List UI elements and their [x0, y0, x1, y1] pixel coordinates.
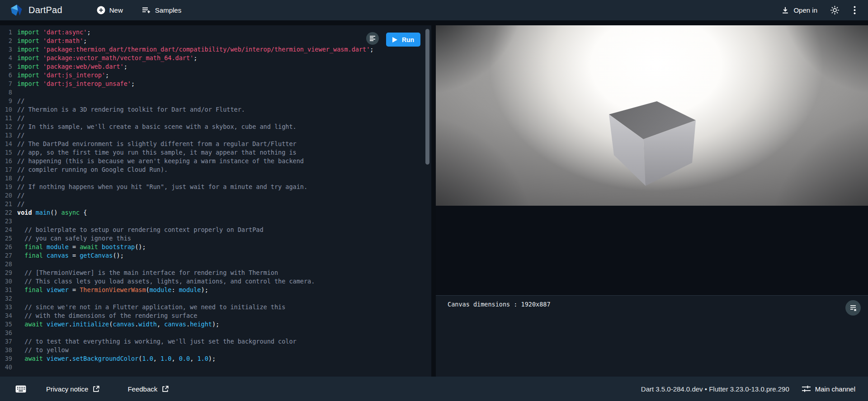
line-number: 22: [0, 208, 17, 217]
line-number: 23: [0, 217, 17, 226]
code-line[interactable]: 35 await viewer.initialize(canvas.width,…: [0, 320, 431, 329]
line-number: 29: [0, 269, 17, 277]
line-number: 33: [0, 303, 17, 311]
code-line[interactable]: 26 final module = await bootstrap();: [0, 243, 431, 251]
code-line[interactable]: 23: [0, 217, 431, 226]
code-line[interactable]: 21//: [0, 200, 431, 208]
line-number: 15: [0, 148, 17, 157]
code-line[interactable]: 6import 'dart:js_interop';: [0, 71, 431, 80]
console-output: Canvas dimensions : 868x401: [448, 301, 551, 308]
code-line[interactable]: 7import 'dart:js_interop_unsafe';: [0, 80, 431, 88]
code-line[interactable]: 37 // to test that everything is working…: [0, 337, 431, 346]
line-number: 16: [0, 157, 17, 165]
line-number: 25: [0, 234, 17, 243]
line-number: 34: [0, 311, 17, 320]
line-number: 8: [0, 88, 17, 97]
render-viewport[interactable]: [436, 25, 868, 206]
privacy-notice-link[interactable]: Privacy notice: [46, 385, 99, 393]
line-number: 35: [0, 320, 17, 329]
line-number: 19: [0, 183, 17, 191]
line-number: 37: [0, 337, 17, 346]
clear-console-button[interactable]: [845, 300, 861, 316]
code-line[interactable]: 18//: [0, 174, 431, 183]
code-line[interactable]: 19// If nothing happens when you hit "Ru…: [0, 183, 431, 191]
samples-button-label: Samples: [155, 6, 181, 14]
line-number: 31: [0, 286, 17, 294]
run-button[interactable]: Run: [386, 33, 420, 47]
keyboard-icon: [15, 385, 26, 393]
theme-toggle-button[interactable]: [827, 3, 842, 18]
code-line[interactable]: 32: [0, 294, 431, 303]
code-line[interactable]: 13//: [0, 131, 431, 140]
code-line[interactable]: 20//: [0, 191, 431, 200]
code-line[interactable]: 31 final viewer = ThermionViewerWasm(mod…: [0, 286, 431, 294]
code-line[interactable]: 5import 'package:web/web.dart';: [0, 62, 431, 71]
line-number: 10: [0, 105, 17, 114]
line-number: 3: [0, 45, 17, 54]
code-line[interactable]: 39 await viewer.setBackgroundColor(1.0, …: [0, 354, 431, 363]
line-number: 39: [0, 354, 17, 363]
code-line[interactable]: 36: [0, 329, 431, 337]
code-line[interactable]: 4import 'package:vector_math/vector_math…: [0, 54, 431, 62]
channel-selector[interactable]: Main channel: [802, 385, 855, 393]
code-line[interactable]: 27 final canvas = getCanvas();: [0, 251, 431, 260]
code-line[interactable]: 34 // with the dimensions of the renderi…: [0, 311, 431, 320]
format-button[interactable]: [366, 32, 379, 45]
line-number: 12: [0, 123, 17, 131]
add-circle-icon: [97, 6, 105, 14]
feedback-link[interactable]: Feedback: [127, 385, 169, 393]
new-button-label: New: [109, 6, 123, 14]
line-number: 38: [0, 346, 17, 354]
code-line[interactable]: 29 // [ThermionViewer] is the main inter…: [0, 269, 431, 277]
format-icon: [369, 36, 376, 41]
line-number: 7: [0, 80, 17, 88]
line-number: 17: [0, 165, 17, 174]
new-button[interactable]: New: [97, 6, 123, 14]
line-number: 26: [0, 243, 17, 251]
dart-logo: [10, 4, 23, 17]
status-bar: Privacy notice Feedback Dart 3.5.0-284.0…: [0, 377, 868, 401]
line-number: 9: [0, 97, 17, 105]
console-toggle-button[interactable]: [15, 385, 26, 393]
open-in-label: Open in: [793, 6, 817, 14]
line-number: 14: [0, 140, 17, 148]
code-line[interactable]: 30 // This class lets you load assets, l…: [0, 277, 431, 286]
line-number: 28: [0, 260, 17, 269]
code-line[interactable]: 24 // boilerplate to setup our rendering…: [0, 226, 431, 234]
code-line[interactable]: 15// app, so the first time you run this…: [0, 148, 431, 157]
code-editor[interactable]: 1import 'dart:async';2import 'dart:math'…: [0, 25, 431, 377]
line-number: 32: [0, 294, 17, 303]
privacy-notice-label: Privacy notice: [46, 385, 88, 393]
code-line[interactable]: 9//: [0, 97, 431, 105]
open-in-button[interactable]: Open in: [781, 6, 817, 14]
run-button-label: Run: [402, 36, 414, 43]
code-line[interactable]: 17// compiler running on Google Cloud Ru…: [0, 165, 431, 174]
code-line[interactable]: 16// happening (this is because we aren'…: [0, 157, 431, 165]
canvas-empty-area: [436, 206, 868, 295]
kebab-menu-icon: [854, 6, 856, 14]
code-line[interactable]: 33 // since we're not in a Flutter appli…: [0, 303, 431, 311]
code-line[interactable]: 14// The DartPad environment is slightly…: [0, 140, 431, 148]
code-line[interactable]: 11//: [0, 114, 431, 123]
line-number: 13: [0, 131, 17, 140]
console-panel: Canvas dimensions : 868x401: [436, 295, 868, 377]
code-line[interactable]: 28: [0, 260, 431, 269]
download-icon: [781, 6, 789, 14]
code-lines: 1import 'dart:async';2import 'dart:math'…: [0, 28, 431, 372]
code-line[interactable]: 40: [0, 363, 431, 372]
samples-button[interactable]: Samples: [142, 6, 181, 14]
editor-scrollbar[interactable]: [425, 29, 429, 165]
code-line[interactable]: 10// Thermion is a 3D rendering toolkit …: [0, 105, 431, 114]
overflow-menu-button[interactable]: [847, 3, 862, 18]
code-line[interactable]: 3import 'package:thermion_dart/thermion_…: [0, 45, 431, 54]
line-number: 6: [0, 71, 17, 80]
cube-3d: [436, 25, 868, 206]
tune-icon: [802, 385, 811, 392]
line-number: 18: [0, 174, 17, 183]
line-number: 5: [0, 62, 17, 71]
code-line[interactable]: 25 // you can safely ignore this: [0, 234, 431, 243]
code-line[interactable]: 8: [0, 88, 431, 97]
code-line[interactable]: 12// In this sample, we'll create a basi…: [0, 123, 431, 131]
code-line[interactable]: 38 // to yellow: [0, 346, 431, 354]
code-line[interactable]: 22void main() async {: [0, 208, 431, 217]
